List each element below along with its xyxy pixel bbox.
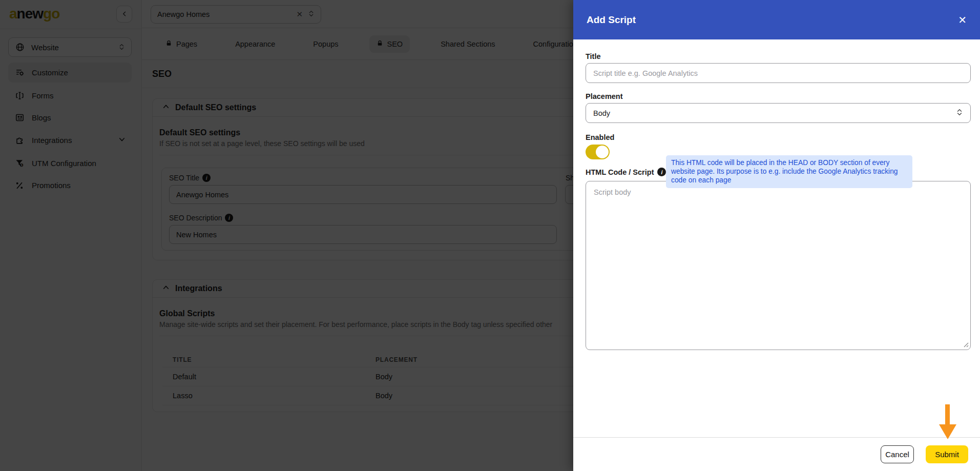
placement-label: Placement xyxy=(586,92,623,100)
close-icon[interactable]: ✕ xyxy=(958,15,967,25)
html-code-tooltip: This HTML code will be placed in the HEA… xyxy=(666,155,912,188)
info-icon[interactable]: i xyxy=(657,168,666,176)
drawer-footer: Cancel Submit xyxy=(573,437,980,471)
script-body-textarea[interactable] xyxy=(586,181,971,350)
placement-select-value: Body xyxy=(593,109,610,117)
enabled-label: Enabled xyxy=(586,133,614,141)
label-text: HTML Code / Script xyxy=(586,168,654,176)
resize-handle-icon[interactable] xyxy=(962,340,969,347)
annotation-arrow-icon xyxy=(939,404,957,442)
enabled-toggle[interactable] xyxy=(586,145,610,159)
app-window: anewgo Website Customize xyxy=(0,0,980,471)
drawer-header: Add Script ✕ xyxy=(573,0,980,39)
script-title-input[interactable] xyxy=(586,63,971,83)
cancel-button[interactable]: Cancel xyxy=(881,445,914,463)
select-chevrons-icon xyxy=(956,109,963,117)
placement-select[interactable]: Body xyxy=(586,103,971,123)
drawer-title: Add Script xyxy=(587,14,958,26)
script-title-label: Title xyxy=(586,52,601,60)
html-code-script-label: HTML Code / Script i xyxy=(586,168,666,176)
submit-button[interactable]: Submit xyxy=(926,445,968,463)
add-script-drawer: Add Script ✕ Title Placement Body Enable… xyxy=(573,0,980,471)
toggle-knob xyxy=(596,146,609,158)
